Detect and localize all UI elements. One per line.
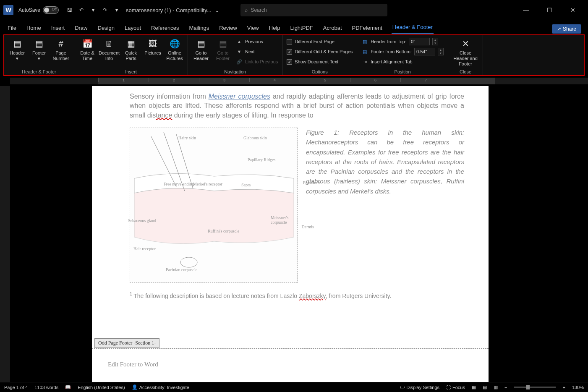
checkbox-checked-icon (287, 49, 292, 55)
globe-icon: 🌐 (168, 38, 181, 50)
vertical-ruler[interactable] (0, 86, 10, 388)
search-box[interactable]: ⌕ Search (240, 4, 387, 16)
zoom-in-button[interactable]: + (562, 385, 565, 390)
goto-header-button[interactable]: ▤Go to Header (191, 37, 212, 62)
tab-review[interactable]: Review (218, 22, 238, 34)
tab-lightpdf[interactable]: LightPDF (290, 22, 314, 34)
tab-draw[interactable]: Draw (74, 22, 88, 34)
page-number-button[interactable]: #Page Number (50, 37, 71, 62)
maximize-button[interactable]: ☐ (541, 7, 558, 13)
footer-button[interactable]: ▤Footer▾ (29, 37, 50, 62)
tab-design[interactable]: Design (97, 22, 115, 34)
footer-boundary (92, 348, 489, 349)
tab-mailings[interactable]: Mailings (188, 22, 210, 34)
share-button[interactable]: ↗ Share (552, 24, 581, 34)
close-icon: ✕ (459, 38, 472, 50)
redo-icon[interactable]: ↷ (99, 4, 111, 16)
tab-layout[interactable]: Layout (124, 22, 142, 34)
down-arrow-icon: ▼ (236, 49, 243, 54)
tab-home[interactable]: Home (26, 22, 42, 34)
group-insert: 📅Date & Time 🗎Document Info ▦Quick Parts… (74, 35, 188, 75)
tab-acrobat[interactable]: Acrobat (322, 22, 343, 34)
header-top-input[interactable] (409, 38, 430, 45)
tab-view[interactable]: View (246, 22, 260, 34)
save-icon[interactable]: 🖫 (64, 4, 76, 16)
different-odd-even-checkbox[interactable]: Different Odd & Even Pages (285, 47, 354, 56)
tab-help[interactable]: Help (268, 22, 281, 34)
tab-references[interactable]: References (150, 22, 180, 34)
group-position: ▤Header from Top:▲▼ ▤Footer from Bottom:… (357, 35, 448, 75)
footer-section-label[interactable]: Odd Page Footer -Section 1- (94, 338, 159, 348)
close-window-button[interactable]: ✕ (564, 7, 581, 13)
tab-file[interactable]: File (7, 22, 17, 34)
footer-from-bottom-field[interactable]: ▤Footer from Bottom:▲▼ (360, 47, 445, 56)
web-layout-icon[interactable]: ▥ (494, 384, 498, 390)
figure-caption: Figure 1: Receptors in the human skin: M… (306, 128, 464, 283)
footer-bottom-input[interactable] (414, 48, 435, 55)
accessibility-button[interactable]: 👤Accessibility: Investigate (132, 384, 189, 390)
next-button[interactable]: ▼Next (234, 47, 280, 56)
page-indicator[interactable]: Page 1 of 4 (4, 385, 28, 390)
footnote-text: 1 The following description is based on … (130, 292, 464, 299)
previous-button[interactable]: ▲Previous (234, 37, 280, 46)
checkbox-checked-icon (287, 59, 292, 65)
tab-header-footer[interactable]: Header & Footer (392, 21, 434, 34)
spinner-buttons[interactable]: ▲▼ (432, 38, 438, 45)
checkbox-icon (287, 39, 292, 44)
footer-icon: ▤ (32, 38, 46, 50)
insert-alignment-tab-button[interactable]: ⇥Insert Alignment Tab (360, 57, 445, 66)
read-mode-icon[interactable]: ▦ (472, 384, 476, 390)
quick-parts-icon: ▦ (124, 38, 138, 50)
header-icon: ▤ (10, 38, 24, 50)
word-count[interactable]: 1103 words (34, 385, 58, 390)
ribbon-highlight: ▤Header▾ ▤Footer▾ #Page Number Header & … (3, 34, 585, 76)
link-icon: 🔗 (236, 59, 243, 65)
zoom-level[interactable]: 130% (572, 385, 584, 390)
chevron-down-icon: ▾ (38, 56, 40, 61)
ribbon: ▤Header▾ ▤Footer▾ #Page Number Header & … (4, 35, 584, 75)
qat-customize-icon[interactable]: ▾ (111, 4, 123, 16)
display-settings-button[interactable]: 🖵Display Settings (400, 385, 439, 390)
page-number-icon: # (54, 38, 68, 50)
print-layout-icon[interactable]: ▤ (483, 384, 487, 390)
document-area: Sensory information from Meissner corpus… (0, 86, 588, 388)
close-header-footer-button[interactable]: ✕Close Header and Footer (451, 37, 480, 68)
group-options: Different First Page Different Odd & Eve… (282, 35, 357, 75)
group-navigation: ▤Go to Header ▤Go to Footer ▲Previous ▼N… (188, 35, 282, 75)
document-page[interactable]: Sensory information from Meissner corpus… (92, 86, 489, 388)
footer-position-icon: ▤ (361, 49, 368, 55)
meissner-link[interactable]: Meissner corpuscles (209, 93, 270, 100)
tab-pdfelement[interactable]: PDFelement (351, 22, 383, 34)
quick-parts-button[interactable]: ▦Quick Parts (120, 37, 141, 62)
tab-insert[interactable]: Insert (50, 22, 66, 34)
word-icon: W (3, 5, 13, 15)
pictures-button[interactable]: 🖼Pictures (142, 37, 163, 57)
header-button[interactable]: ▤Header▾ (7, 37, 28, 62)
display-icon: 🖵 (400, 385, 405, 390)
show-document-text-checkbox[interactable]: Show Document Text (285, 57, 354, 66)
header-from-top-field[interactable]: ▤Header from Top:▲▼ (360, 37, 445, 46)
footer-content[interactable]: Edit Footer to Word (108, 361, 158, 368)
goto-header-icon: ▤ (194, 38, 208, 50)
toggle-icon[interactable]: Off (43, 6, 59, 14)
up-arrow-icon: ▲ (236, 39, 243, 44)
undo-icon[interactable]: ↶ (76, 4, 87, 16)
minimize-button[interactable]: — (517, 7, 534, 13)
spinner-buttons[interactable]: ▲▼ (438, 48, 444, 55)
undo-dropdown-icon[interactable]: ▾ (87, 4, 99, 16)
focus-button[interactable]: ⛶Focus (446, 385, 465, 390)
language-indicator[interactable]: English (United States) (78, 385, 125, 390)
title-bar: W AutoSave Off 🖫 ↶ ▾ ↷ ▾ somatosensory (… (0, 0, 588, 20)
different-first-page-checkbox[interactable]: Different First Page (285, 37, 354, 46)
search-placeholder: Search (251, 7, 267, 13)
online-pictures-button[interactable]: 🌐Online Pictures (164, 37, 185, 62)
chevron-down-icon[interactable]: ⌄ (215, 7, 220, 13)
zoom-out-button[interactable]: − (504, 385, 507, 390)
document-info-button[interactable]: 🗎Document Info (99, 37, 120, 62)
horizontal-ruler[interactable]: 123 456 7 (0, 78, 588, 86)
group-close: ✕Close Header and Footer Close (448, 35, 483, 75)
autosave-toggle[interactable]: AutoSave Off (18, 6, 59, 14)
zoom-slider[interactable] (514, 387, 556, 388)
date-time-button[interactable]: 📅Date & Time (77, 37, 98, 62)
spelling-icon[interactable]: 📖 (65, 384, 71, 390)
